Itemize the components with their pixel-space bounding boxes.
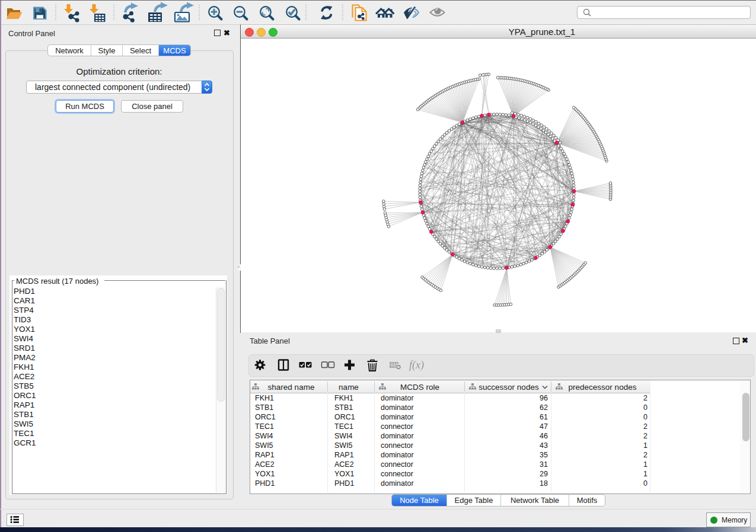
svg-text:f(x): f(x) (409, 359, 424, 371)
